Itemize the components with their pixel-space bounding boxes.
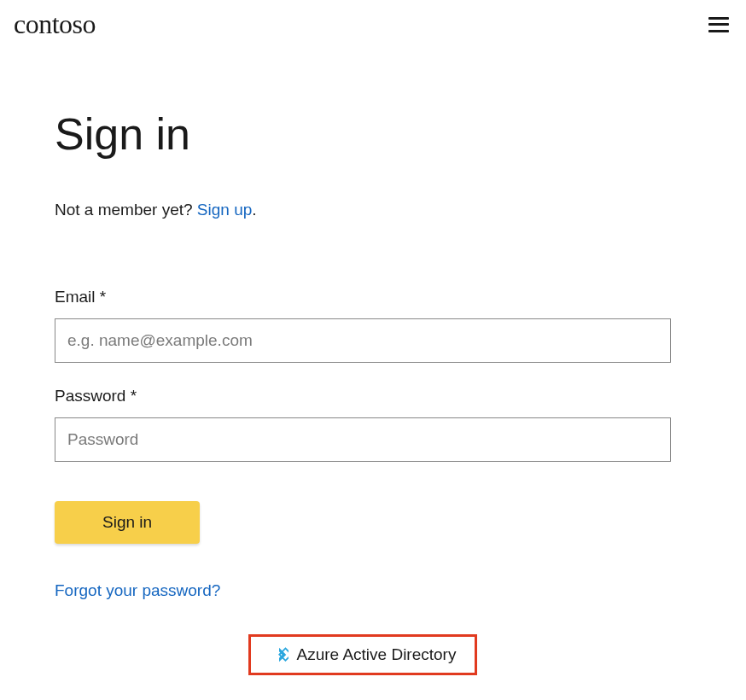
sso-section: Azure Active Directory <box>55 634 671 675</box>
email-label: Email * <box>55 288 671 306</box>
signup-prompt-text: Not a member yet? <box>55 201 197 219</box>
password-group: Password * <box>55 387 671 462</box>
header: contoso <box>0 0 746 40</box>
signup-suffix: . <box>252 201 256 219</box>
signup-prompt: Not a member yet? Sign up. <box>55 201 671 219</box>
azure-ad-button[interactable]: Azure Active Directory <box>248 634 478 675</box>
brand-logo: contoso <box>14 9 96 40</box>
signin-container: Sign in Not a member yet? Sign up. Email… <box>0 40 726 675</box>
signup-link[interactable]: Sign up <box>197 201 252 219</box>
azure-ad-label: Azure Active Directory <box>297 645 457 664</box>
email-field[interactable] <box>55 318 671 363</box>
hamburger-menu-icon[interactable] <box>708 17 729 32</box>
email-group: Email * <box>55 288 671 363</box>
password-field[interactable] <box>55 417 671 462</box>
password-label: Password * <box>55 387 671 405</box>
azure-ad-icon <box>270 645 288 664</box>
signin-button[interactable]: Sign in <box>55 501 200 544</box>
page-title: Sign in <box>55 108 671 160</box>
forgot-password-link[interactable]: Forgot your password? <box>55 581 220 600</box>
